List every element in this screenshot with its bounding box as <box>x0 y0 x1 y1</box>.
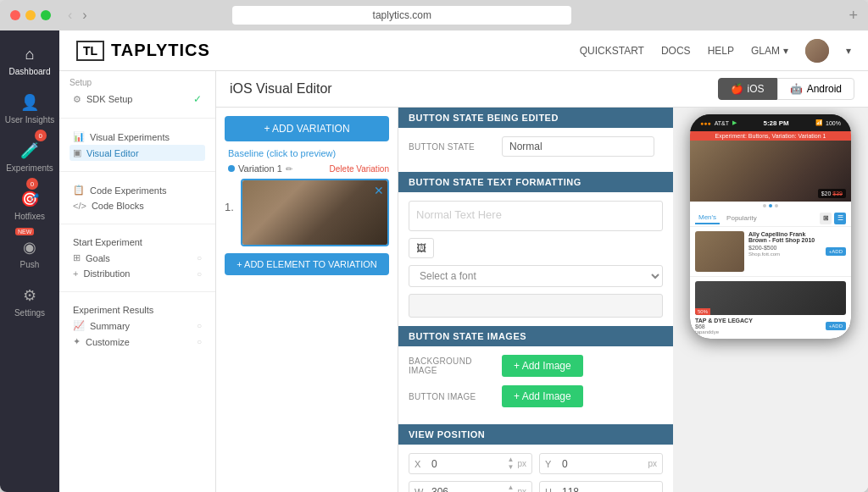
position-grid: X ▲ ▼ px <box>409 453 663 492</box>
product3-title: TAP & DYE LEGACY <box>695 318 753 323</box>
close-button[interactable] <box>10 10 20 20</box>
add-variation-button[interactable]: + ADD VARIATION <box>225 116 389 141</box>
font-select[interactable]: Select a font <box>409 265 663 287</box>
sidebar-item-dashboard[interactable]: ⌂ Dashboard <box>0 37 59 85</box>
product1-price-badge: $20 $39 <box>818 189 846 198</box>
main-area: TL TAPLYTICS QUICKSTART DOCS HELP GLAM ▾… <box>59 30 868 492</box>
btn-image-row: BUTTON IMAGE + Add Image <box>409 385 663 407</box>
start-experiment-item[interactable]: Start Experiment <box>70 235 205 250</box>
product2-add-btn[interactable]: +ADD <box>826 247 846 256</box>
y-input[interactable] <box>562 458 644 470</box>
format-image-button[interactable]: 🖼 <box>409 238 434 258</box>
visual-exp-icon: 📊 <box>73 131 85 142</box>
sidebar-item-experiments[interactable]: 🧪 Experiments <box>6 133 53 181</box>
product2-shop: Shop.fott.com <box>748 252 821 257</box>
add-btn-image-button[interactable]: + Add Image <box>502 385 583 407</box>
preview-close-button[interactable]: ✕ <box>374 184 384 197</box>
phone-nav: Men's Popularity ⊞ ☰ <box>690 210 851 227</box>
chevron-down-icon: ▾ <box>783 45 788 57</box>
push-icon: ◉ <box>23 238 36 257</box>
content-area: Setup ⚙ SDK Setup ✓ 📊 Visual Experiments <box>59 71 868 492</box>
images-header: BUTTON STATE IMAGES <box>398 326 673 346</box>
visual-experiments-item[interactable]: 📊 Visual Experiments <box>70 129 205 145</box>
button-state-label: BUTTON STATE <box>409 142 502 152</box>
users-icon: 👤 <box>20 93 39 112</box>
start-experiment-section: Start Experiment ⊞ Goals ○ + Distributio… <box>59 228 215 288</box>
ios-tab[interactable]: 🍎 iOS <box>718 78 777 100</box>
sort-buttons: ⊞ ☰ <box>820 213 846 224</box>
back-button[interactable]: ‹ <box>64 8 75 23</box>
edit-icon[interactable]: ✏ <box>286 164 292 174</box>
goals-item[interactable]: ⊞ Goals ○ <box>70 250 205 266</box>
sidebar-item-label: Settings <box>14 308 45 318</box>
list-icon[interactable]: ☰ <box>834 213 846 224</box>
android-tab[interactable]: 🤖 Android <box>777 78 854 100</box>
code-blocks-item[interactable]: </> Code Blocks <box>70 198 205 213</box>
h-input[interactable] <box>562 486 654 493</box>
distribution-item[interactable]: + Distribution ○ <box>70 266 205 281</box>
customize-item[interactable]: ✦ Customize ○ <box>70 334 205 350</box>
code-icon: 📋 <box>73 185 85 196</box>
apple-icon: 🍎 <box>731 83 743 95</box>
forward-button[interactable]: › <box>79 8 90 23</box>
variation-row: Variation 1 ✏ Delete Variation <box>225 163 389 174</box>
sidebar-item-settings[interactable]: ⚙ Settings <box>0 278 59 326</box>
phone-area: ●●● AT&T ▶ 5:28 PM 📶 100% <box>673 108 868 492</box>
add-tab-button[interactable]: + <box>849 7 858 25</box>
popularity-tab[interactable]: Popularity <box>723 213 760 224</box>
summary-item[interactable]: 📈 Summary ○ <box>70 318 205 334</box>
sidebar-item-push[interactable]: ◉ Push <box>20 229 40 278</box>
avatar[interactable] <box>805 39 829 63</box>
sidebar-item-user-insights[interactable]: 👤 User Insights <box>0 85 59 133</box>
delete-variation-link[interactable]: Delete Variation <box>330 164 389 174</box>
sdk-setup-item[interactable]: ⚙ SDK Setup ✓ <box>70 91 205 108</box>
y-label: Y <box>545 459 559 469</box>
product3-info: TAP & DYE LEGACY $68 tapanddye +ADD <box>695 318 846 334</box>
url-bar[interactable]: taplytics.com <box>232 6 571 25</box>
sidebar-item-label: Experiments <box>6 163 53 173</box>
customize-icon: ✦ <box>73 336 81 347</box>
editor-title: iOS Visual Editor <box>230 81 332 97</box>
product2-title: Ally Capellino Frank Brown - Fott Shop 2… <box>748 231 821 243</box>
product3-row: 50% TAP & DYE LEGACY $68 tapanddye <box>690 277 851 339</box>
button-state-content: BUTTON STATE <box>398 128 673 172</box>
nav-glam[interactable]: GLAM ▾ <box>751 45 788 57</box>
h-label: H <box>545 487 559 493</box>
button-state-input[interactable] <box>502 136 654 157</box>
x-down-spinner[interactable]: ▼ <box>508 464 515 471</box>
settings-icon: ⚙ <box>23 286 36 305</box>
w-up-spinner[interactable]: ▲ <box>508 484 515 491</box>
x-up-spinner[interactable]: ▲ <box>508 456 515 463</box>
url-text: taplytics.com <box>373 9 431 21</box>
code-experiments-item[interactable]: 📋 Code Experiments <box>70 182 205 198</box>
view-position-content: X ▲ ▼ px <box>398 445 673 492</box>
grid-icon[interactable]: ⊞ <box>820 213 832 224</box>
nav-help[interactable]: HELP <box>708 45 734 57</box>
color-picker-row <box>409 294 663 318</box>
fullscreen-button[interactable] <box>41 10 51 20</box>
dots-row <box>690 202 851 210</box>
product2-info: Ally Capellino Frank Brown - Fott Shop 2… <box>748 231 821 272</box>
mens-tab[interactable]: Men's <box>695 212 720 224</box>
hotfixes-icon: 🎯 <box>20 190 39 208</box>
w-input[interactable] <box>431 486 504 493</box>
x-input[interactable] <box>431 458 504 470</box>
browser-window: ‹ › taplytics.com + ⌂ Dashboard 👤 User I… <box>0 0 868 492</box>
minimize-button[interactable] <box>25 10 36 20</box>
visual-editor-item[interactable]: ▣ Visual Editor <box>70 145 205 161</box>
baseline-link[interactable]: Baseline (click to preview) <box>225 148 389 158</box>
push-new-badge: NEW <box>15 228 34 235</box>
product3-shop: tapanddye <box>695 329 753 334</box>
customize-radio: ○ <box>197 337 202 346</box>
preview-image <box>242 180 387 245</box>
add-bg-image-button[interactable]: + Add Image <box>502 355 583 377</box>
add-element-button[interactable]: + ADD ELEMENT TO VARIATION <box>225 253 389 275</box>
panel-divider-2 <box>59 171 215 172</box>
dot-3 <box>775 204 778 207</box>
product3-add-btn[interactable]: +ADD <box>826 322 846 330</box>
nav-docs[interactable]: DOCS <box>661 45 691 57</box>
btn-image-label: BUTTON IMAGE <box>409 392 502 401</box>
experiment-results-item[interactable]: Experiment Results <box>70 302 205 318</box>
nav-quickstart[interactable]: QUICKSTART <box>580 45 644 57</box>
left-panel: Setup ⚙ SDK Setup ✓ 📊 Visual Experiments <box>59 71 216 492</box>
